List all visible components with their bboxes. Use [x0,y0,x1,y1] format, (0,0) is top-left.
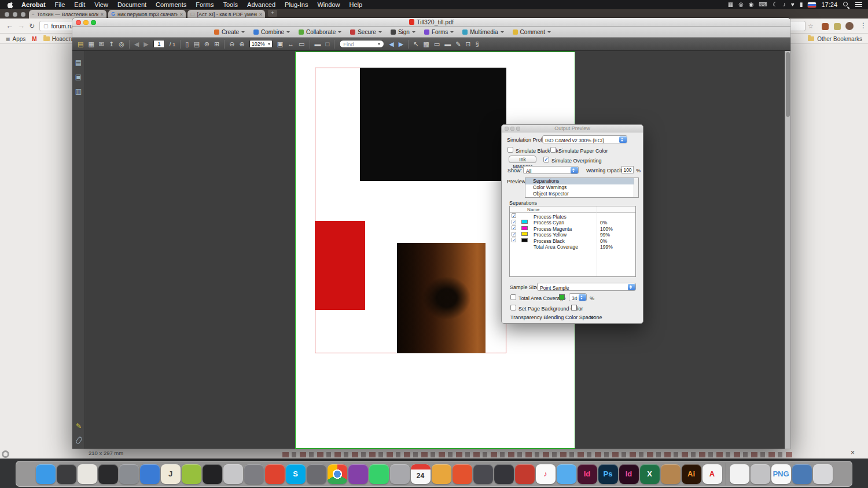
attach-file-icon[interactable]: § [476,41,479,47]
menu-help[interactable]: Help [345,0,367,9]
menu-advanced[interactable]: Advanced [242,0,280,9]
dock-calendar-gray[interactable] [223,464,243,484]
dock-camera-lens[interactable] [203,464,222,484]
dock-apple-music[interactable]: ♪ [536,464,556,484]
hand-tool-icon[interactable]: ⊛ [204,41,209,47]
dock-whatsapp[interactable] [369,464,389,484]
tab-close-icon[interactable]: × [180,12,183,17]
fit-width-icon[interactable]: ↔ [288,41,294,47]
dock-excel[interactable]: X [640,464,660,484]
acrobat-secure-button[interactable]: Secure [350,29,382,35]
chrome-zoom-button[interactable] [21,12,25,17]
preview-option-color-warnings[interactable]: Color Warnings [525,184,638,191]
acrobat-forms-button[interactable]: Forms [424,29,454,35]
dock-cube[interactable] [390,464,410,484]
separation-checkbox[interactable]: ✓ [512,238,516,242]
simulate-black-ink-checkbox[interactable] [507,147,513,153]
ink-manager-button[interactable]: Ink Manager [509,156,536,163]
reading-mode-icon[interactable]: ▬ [315,41,321,47]
zoom-level-select[interactable]: 102% [249,40,273,48]
marquee-zoom-icon[interactable]: ⊞ [214,41,219,47]
print-icon[interactable]: ▦ [88,41,94,47]
forward-icon[interactable]: → [17,21,25,30]
email-icon[interactable]: ✉ [99,41,104,47]
page-close-button[interactable]: × [851,449,855,457]
snapshot-tool-icon[interactable]: ▩ [423,41,429,47]
menu-file[interactable]: File [50,0,70,9]
heart-icon[interactable]: ♥ [791,0,795,9]
dock-stack[interactable] [751,464,770,484]
fit-page-icon[interactable]: ▭ [299,41,304,47]
dock-quicktime[interactable] [453,464,472,484]
dock-archive-blue[interactable] [792,464,812,484]
ghost-icon[interactable]: ◎ [738,0,744,9]
dock-indesign-alt[interactable]: Id [619,464,639,484]
zoom-in-icon[interactable]: ⊕ [239,41,244,47]
separation-checkbox[interactable]: ✓ [512,220,516,224]
layers-panel-icon[interactable]: ▣ [75,73,82,80]
extension-icon-1[interactable] [822,23,829,30]
zoom-out-icon[interactable]: ⊖ [229,41,234,47]
highlight-text-icon[interactable]: ▬ [444,41,451,47]
set-page-background-checkbox[interactable] [510,305,516,310]
simulate-paper-color-checkbox[interactable] [550,147,556,153]
extension-icon-2[interactable] [834,23,841,30]
find-next-icon[interactable]: ▶ [399,41,403,47]
dock-system-preferences[interactable] [244,464,264,484]
scrollbar-thumb[interactable] [786,52,790,117]
preview-option-separations[interactable]: Separations [525,178,638,184]
dock-marigold[interactable] [432,464,451,484]
acrobat-multimedia-button[interactable]: Multimedia [462,29,503,35]
acrobat-comment-button[interactable]: Comment [513,29,551,35]
profile-avatar[interactable] [845,22,854,30]
next-page-icon[interactable]: ▶ [144,41,148,47]
attachments-panel-icon[interactable] [75,436,82,445]
chrome-close-button[interactable] [5,12,9,17]
close-button[interactable] [76,20,81,25]
export-icon[interactable]: ↥ [109,41,114,47]
tab-close-icon[interactable]: × [259,12,262,17]
moon-icon[interactable]: ☾ [773,0,778,9]
select-tool-icon[interactable]: ↖ [413,41,418,47]
dock-box-folder[interactable] [661,464,681,484]
bookmark-star-icon[interactable]: ☆ [808,23,814,30]
dock-png-file[interactable]: PNG [771,464,791,484]
dock-skype[interactable]: S [286,464,306,484]
dock-launchpad[interactable] [119,464,139,484]
vertical-scrollbar[interactable] [785,51,790,449]
separation-checkbox[interactable]: ✓ [512,225,516,230]
chrome-tab-2[interactable]: Gник перумов mp3 скачать - П× [108,10,186,19]
info-icon[interactable] [2,450,9,458]
acrobat-create-button[interactable]: Create [214,29,245,35]
dock-journal[interactable]: J [161,464,181,484]
single-page-icon[interactable]: ▯ [185,41,189,47]
dock-photos-dark[interactable] [57,464,76,484]
notification-center-icon[interactable] [855,2,862,8]
tac-value-select[interactable]: 340 [569,293,587,301]
sticky-note-icon[interactable]: ▭ [434,41,440,47]
dock-photoshop[interactable]: Ps [598,464,618,484]
dock-remote-display[interactable] [140,464,160,484]
show-select[interactable]: All [523,166,579,174]
separation-checkbox[interactable]: ✓ [512,213,516,218]
dock-twitter[interactable] [557,464,576,484]
menu-edit[interactable]: Edit [69,0,90,9]
acrobat-collaborate-button[interactable]: Collaborate [299,29,341,35]
typewriter-icon[interactable]: ✎ [455,41,461,47]
dock-pinwheel[interactable] [515,464,535,484]
preview-option-object-inspector[interactable]: Object Inspector [525,191,638,197]
tab-close-icon[interactable]: × [101,12,104,17]
reload-icon[interactable]: ↻ [29,22,35,30]
new-tab-button[interactable]: + [268,10,277,17]
menu-plug-ins[interactable]: Plug-Ins [280,0,312,9]
dock-textedit[interactable] [730,464,749,484]
minimize-button[interactable] [83,20,89,25]
dock-indesign[interactable]: Id [578,464,597,484]
spotlight-icon[interactable] [843,1,850,9]
pages-panel-icon[interactable]: ▤ [75,59,82,66]
menu-comments[interactable]: Comments [151,0,191,9]
find-input[interactable]: Find [339,40,384,48]
menu-document[interactable]: Document [113,0,151,9]
chrome-tab-3[interactable]: ▢[Аст XI] - как в PDF уменьши× [187,10,265,19]
preview-list-scrollbar[interactable] [634,178,638,197]
